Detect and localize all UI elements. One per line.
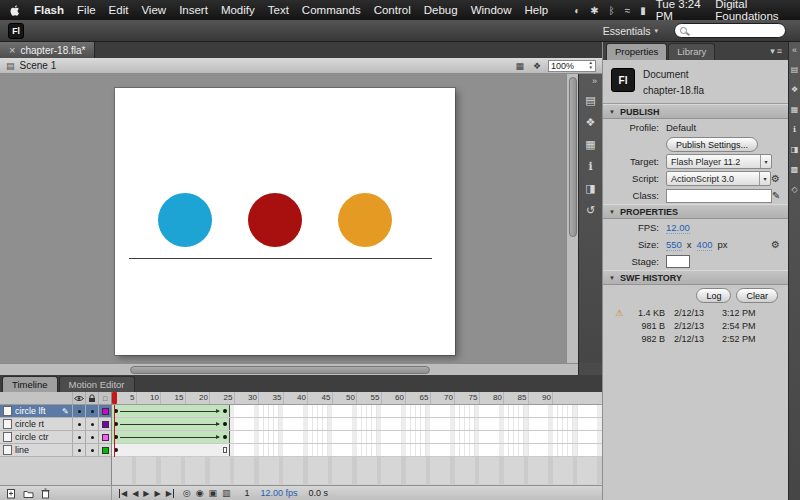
- frame-row-circle-rt[interactable]: [112, 418, 602, 431]
- layer-row-circle-ctr[interactable]: circle ctr: [0, 431, 111, 444]
- layer-row-circle-lft[interactable]: circle lft ✎: [0, 405, 111, 418]
- current-frame-counter[interactable]: 1: [245, 488, 250, 498]
- dock-collapse-button[interactable]: «: [792, 45, 797, 55]
- layer-color-swatch[interactable]: [102, 408, 109, 415]
- align-panel-icon[interactable]: ▦: [582, 137, 600, 152]
- layer-visibility-cell[interactable]: [72, 431, 85, 443]
- lock-icon[interactable]: [85, 392, 98, 404]
- frame-row-line[interactable]: [112, 444, 602, 457]
- layer-lock-cell[interactable]: [85, 431, 98, 443]
- keyframe-dot[interactable]: [223, 409, 227, 413]
- layer-row-circle-rt[interactable]: circle rt: [0, 418, 111, 431]
- menu-text[interactable]: Text: [268, 4, 289, 16]
- menu-debug[interactable]: Debug: [424, 4, 458, 16]
- layer-visibility-cell[interactable]: [72, 405, 85, 417]
- layer-outline-cell[interactable]: [98, 431, 111, 443]
- frame-row-circle-lft[interactable]: [112, 405, 602, 418]
- red-circle-shape[interactable]: [248, 193, 302, 247]
- menu-window[interactable]: Window: [471, 4, 512, 16]
- class-edit-pencil-icon[interactable]: ✎: [772, 190, 782, 201]
- layer-lock-dot[interactable]: [91, 436, 94, 439]
- pasteboard[interactable]: [0, 74, 566, 363]
- layer-visibility-cell[interactable]: [72, 418, 85, 430]
- menubar-username[interactable]: Digital Foundations: [715, 0, 790, 22]
- horizontal-line-shape[interactable]: [129, 258, 432, 259]
- zoom-level-field[interactable]: 100% ▲▼: [548, 60, 596, 72]
- frame-row-circle-ctr[interactable]: [112, 431, 602, 444]
- spotlight-icon[interactable]: ✱: [590, 5, 598, 16]
- search-box[interactable]: [674, 23, 786, 38]
- apple-menu-icon[interactable]: [10, 4, 21, 17]
- playhead-handle[interactable]: [112, 392, 117, 404]
- script-dropdown[interactable]: ActionScript 3.0 ▾: [666, 171, 771, 186]
- motion-presets-panel-icon[interactable]: ◇: [789, 184, 800, 195]
- script-settings-wrench-icon[interactable]: ⚙: [771, 173, 782, 184]
- publish-settings-button[interactable]: Publish Settings...: [666, 137, 758, 152]
- layer-color-swatch[interactable]: [102, 447, 109, 454]
- stage-horizontal-scrollbar-thumb[interactable]: [130, 366, 430, 374]
- color-panel-icon[interactable]: ▤: [789, 64, 800, 75]
- go-to-last-frame-button[interactable]: ▶: [166, 489, 174, 498]
- zoom-stepper[interactable]: ▲▼: [589, 61, 593, 70]
- playhead-line[interactable]: [114, 405, 115, 457]
- layer-outline-cell[interactable]: [98, 444, 111, 456]
- section-properties[interactable]: ▼ PROPERTIES: [603, 204, 788, 219]
- frame-rate-value[interactable]: 12.00 fps: [261, 488, 298, 498]
- layer-visibility-dot[interactable]: [78, 436, 81, 439]
- layer-outline-cell[interactable]: [98, 405, 111, 417]
- edit-multiple-frames-icon[interactable]: ▣: [209, 488, 218, 498]
- new-folder-button[interactable]: [23, 489, 34, 498]
- layer-lock-dot[interactable]: [91, 449, 94, 452]
- class-input[interactable]: [666, 189, 772, 203]
- layer-name[interactable]: circle rt: [15, 419, 72, 429]
- swatches-panel-icon[interactable]: ❖: [582, 115, 600, 130]
- stage-height-value[interactable]: 400: [697, 239, 713, 251]
- stage-color-swatch[interactable]: [666, 255, 690, 268]
- orange-circle-shape[interactable]: [338, 193, 392, 247]
- log-button[interactable]: Log: [696, 288, 731, 303]
- layer-color-swatch[interactable]: [102, 434, 109, 441]
- tab-motion-editor[interactable]: Motion Editor: [59, 376, 135, 392]
- clear-button[interactable]: Clear: [736, 288, 778, 303]
- menu-control[interactable]: Control: [374, 4, 411, 16]
- blue-circle-shape[interactable]: [158, 193, 212, 247]
- motion-tween-span[interactable]: [112, 405, 230, 417]
- stage-canvas[interactable]: [115, 88, 455, 355]
- target-dropdown[interactable]: Flash Player 11.2 ▾: [666, 154, 772, 169]
- menu-insert[interactable]: Insert: [179, 4, 208, 16]
- static-frame-span[interactable]: [112, 444, 230, 456]
- layer-lock-dot[interactable]: [91, 423, 94, 426]
- layer-visibility-cell[interactable]: [72, 444, 85, 456]
- menu-view[interactable]: View: [141, 4, 166, 16]
- keyframe-dot[interactable]: [223, 422, 227, 426]
- eye-icon[interactable]: [72, 392, 85, 404]
- menu-edit[interactable]: Edit: [109, 4, 129, 16]
- size-settings-wrench-icon[interactable]: ⚙: [771, 239, 782, 250]
- onion-skin-outlines-icon[interactable]: ◉: [196, 488, 204, 498]
- stage-horizontal-scrollbar[interactable]: [0, 363, 578, 375]
- wifi-icon[interactable]: ≈: [625, 5, 631, 16]
- step-forward-button[interactable]: ▶: [154, 489, 160, 498]
- menubar-clock[interactable]: Tue 3:24 PM: [656, 0, 706, 22]
- search-input[interactable]: [690, 25, 772, 36]
- layer-name[interactable]: line: [15, 445, 72, 455]
- layer-name[interactable]: circle ctr: [15, 432, 72, 442]
- dock-collapse-button[interactable]: »: [592, 76, 602, 86]
- modify-onion-markers-icon[interactable]: ▥: [222, 488, 231, 498]
- motion-tween-span[interactable]: [112, 418, 230, 430]
- transform-panel-icon[interactable]: ◨: [582, 181, 600, 196]
- timeline-ruler[interactable]: 51015202530354045505560657075808590: [112, 392, 602, 405]
- new-layer-button[interactable]: [6, 488, 16, 499]
- outline-color-icon[interactable]: □: [98, 392, 111, 404]
- history-panel-icon[interactable]: ↺: [582, 203, 600, 218]
- play-button[interactable]: ▶: [143, 489, 149, 498]
- menu-commands[interactable]: Commands: [302, 4, 361, 16]
- motion-tween-span[interactable]: [112, 431, 230, 443]
- battery-icon[interactable]: ▮: [640, 5, 646, 16]
- delete-layer-button[interactable]: [41, 488, 50, 499]
- align-panel-icon[interactable]: ▦: [789, 104, 800, 115]
- layer-outline-cell[interactable]: [98, 418, 111, 430]
- stage-vertical-scrollbar[interactable]: [566, 74, 578, 363]
- panel-menu-icon[interactable]: ▾ ≡: [764, 46, 788, 56]
- layer-lock-cell[interactable]: [85, 418, 98, 430]
